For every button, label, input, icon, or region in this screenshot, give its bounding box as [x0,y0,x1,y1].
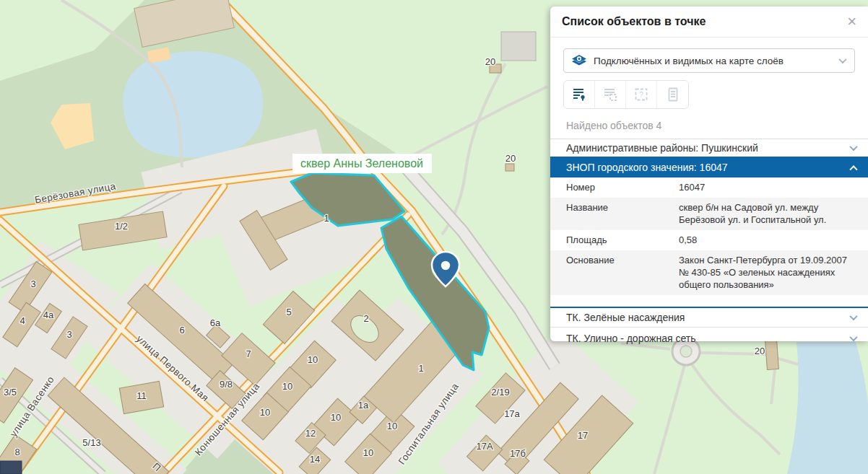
section-street-network[interactable]: ТК. Улично - дорожная сеть [550,328,868,348]
building-number-label: 10 [363,447,373,458]
building-number-label: 3/5 [4,387,17,398]
building-number-label: 2 [363,313,368,324]
building-number-label: 5 [286,307,291,317]
objects-at-point-panel: Список объектов в точке × Подключённых и… [550,6,868,341]
building-number-label: 1 [324,213,329,224]
building-number-label: 14 [310,454,320,465]
section-admin-districts[interactable]: Административные районы: Пушкинский [550,139,868,157]
objects-at-point-button[interactable] [564,81,595,108]
chevron-down-icon [849,333,857,341]
objects-in-area-button[interactable] [595,81,626,108]
building-number-label: 12 [305,428,316,439]
panel-header: Список объектов в точке × [550,6,868,38]
svg-text:?: ? [639,91,643,99]
building-number-label: 1/2 [115,221,128,232]
chevron-down-icon [849,143,857,151]
found-count-text: Найдено объектов 4 [566,120,868,131]
layers-icon [571,55,587,67]
section-divider [550,295,868,308]
report-button[interactable] [657,81,688,108]
building-number-label: 3 [30,278,35,289]
panel-title: Список объектов в точке [562,15,847,28]
building-number-label: 17А [476,441,492,452]
building-number-label: 5/13 [82,437,100,448]
layer-filter-value: Подключённых и видимых на карте слоёв [594,56,833,66]
building-number-label: 9/8 [220,379,233,390]
chevron-down-icon [838,56,846,63]
building-number-label: 1а [358,400,369,411]
building-number-label: 17 [578,430,588,441]
building-number-label: 20 [485,56,495,67]
app-window: 1/21344а33/585/131166а79/852101010101010… [0,0,868,474]
svg-text:сквер Анны Зеленовой: сквер Анны Зеленовой [300,157,423,170]
building-number-label: 6 [179,325,184,335]
znop-details-table: Номер 16047 Название сквер б/н на Садово… [550,177,868,295]
layer-filter-dropdown[interactable]: Подключённых и видимых на карте слоёв [563,48,855,73]
building-number-label: 10 [308,354,318,365]
chevron-down-icon [849,312,857,320]
table-row: Номер 16047 [550,177,868,198]
building-number-label: 6а [210,317,221,328]
building-number-label: 17а [504,408,520,419]
chevron-up-icon [849,165,857,173]
building-number-label: 4а [43,310,54,320]
building-number-label: 20 [505,153,516,164]
building-number-label: 2/19 [491,387,509,398]
building-number-label: 11 [136,390,147,401]
identify-area-button[interactable]: ? [626,81,657,108]
results-toolbar: ? [563,80,689,109]
building-number-label: 4 [19,315,25,326]
building-number-label: 17б [510,448,526,459]
section-green-plantings[interactable]: ТК. Зелёные насаждения [550,308,868,328]
building-number-label: 8 [14,447,19,457]
close-icon[interactable]: × [847,14,856,29]
building-number-label: 10 [282,381,292,392]
building-number-label: 7 [246,348,251,359]
building-number-label: 1 [418,363,423,374]
building-number-label: 10 [331,412,341,423]
building-number-label: 10 [260,407,270,418]
table-row: Площадь 0,58 [550,230,868,250]
building-number-label: 3 [66,329,71,340]
table-row: Основание Закон Санкт-Петербурга от 19.0… [550,250,868,295]
section-znop-header[interactable]: ЗНОП городского значения: 16047 [550,157,868,177]
building-number-label: 10 [387,421,397,431]
highlight-label: сквер Анны Зеленовой [292,154,432,173]
table-row: Название сквер б/н на Садовой ул. между … [550,198,868,230]
